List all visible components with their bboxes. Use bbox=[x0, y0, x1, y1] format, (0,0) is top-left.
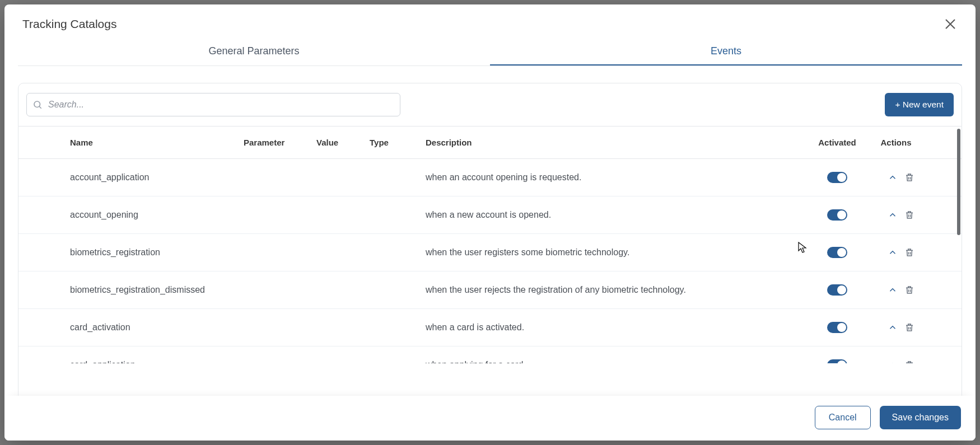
cell-name: card_application bbox=[70, 360, 244, 363]
toggle-activated[interactable] bbox=[827, 284, 847, 296]
close-icon bbox=[944, 17, 957, 31]
cell-actions bbox=[874, 359, 918, 363]
chevron-up-icon bbox=[888, 247, 898, 257]
table-row: account_opening when a new account is op… bbox=[18, 196, 962, 234]
toggle-activated[interactable] bbox=[827, 247, 847, 258]
cell-actions bbox=[874, 247, 918, 258]
cell-actions bbox=[874, 172, 918, 183]
trash-icon bbox=[904, 172, 914, 182]
delete-button[interactable] bbox=[904, 322, 915, 333]
scrollbar[interactable] bbox=[957, 129, 960, 235]
trash-icon bbox=[904, 360, 914, 363]
chevron-up-icon bbox=[888, 285, 898, 295]
chevron-up-icon bbox=[888, 360, 898, 363]
cell-description: when the user registers some biometric t… bbox=[426, 247, 801, 257]
cell-activated bbox=[801, 172, 874, 183]
trash-icon bbox=[904, 322, 914, 332]
col-name: Name bbox=[70, 138, 244, 147]
search-wrapper[interactable] bbox=[26, 93, 400, 116]
expand-button[interactable] bbox=[887, 172, 898, 183]
table-row: card_application when applying for a car… bbox=[18, 346, 962, 363]
cell-actions bbox=[874, 322, 918, 333]
col-type: Type bbox=[370, 138, 426, 147]
toggle-activated[interactable] bbox=[827, 172, 847, 183]
toolbar: + New event bbox=[4, 66, 976, 127]
expand-button[interactable] bbox=[887, 322, 898, 333]
cell-description: when the user rejects the registration o… bbox=[426, 285, 801, 295]
toggle-activated[interactable] bbox=[827, 359, 847, 363]
cell-description: when a new account is opened. bbox=[426, 210, 801, 220]
svg-point-0 bbox=[34, 101, 40, 107]
delete-button[interactable] bbox=[904, 209, 915, 221]
delete-button[interactable] bbox=[904, 359, 915, 363]
new-event-button[interactable]: + New event bbox=[885, 93, 954, 116]
table-row: card_activation when a card is activated… bbox=[18, 309, 962, 346]
chevron-up-icon bbox=[888, 322, 898, 332]
search-input[interactable] bbox=[48, 100, 394, 110]
delete-button[interactable] bbox=[904, 247, 915, 258]
modal-header: Tracking Catalogs bbox=[4, 4, 976, 38]
cancel-button[interactable]: Cancel bbox=[815, 406, 871, 429]
cell-activated bbox=[801, 359, 874, 363]
modal-tracking-catalogs: Tracking Catalogs General Parameters Eve… bbox=[4, 4, 976, 441]
toggle-activated[interactable] bbox=[827, 209, 847, 221]
col-description: Description bbox=[426, 138, 801, 147]
cell-description: when applying for a card. bbox=[426, 360, 801, 363]
table-body[interactable]: account_application when an account open… bbox=[18, 159, 962, 363]
trash-icon bbox=[904, 247, 914, 257]
tab-events[interactable]: Events bbox=[490, 38, 962, 65]
table-row: biometrics_registration_dismissed when t… bbox=[18, 271, 962, 309]
delete-button[interactable] bbox=[904, 284, 915, 296]
expand-button[interactable] bbox=[887, 284, 898, 296]
modal-footer: Cancel Save changes bbox=[4, 396, 976, 441]
cell-activated bbox=[801, 209, 874, 221]
col-actions: Actions bbox=[874, 138, 918, 147]
cell-activated bbox=[801, 322, 874, 333]
cell-description: when an account opening is requested. bbox=[426, 172, 801, 182]
expand-button[interactable] bbox=[887, 247, 898, 258]
toolbar-box: + New event bbox=[18, 83, 962, 127]
cell-description: when a card is activated. bbox=[426, 322, 801, 332]
cell-name: biometrics_registration bbox=[70, 247, 244, 257]
cell-name: account_opening bbox=[70, 210, 244, 220]
save-changes-button[interactable]: Save changes bbox=[880, 406, 961, 429]
table-header: Name Parameter Value Type Description Ac… bbox=[18, 127, 962, 159]
table-row: biometrics_registration when the user re… bbox=[18, 234, 962, 271]
chevron-up-icon bbox=[888, 210, 898, 220]
cell-activated bbox=[801, 284, 874, 296]
cell-name: biometrics_registration_dismissed bbox=[70, 285, 244, 295]
table: Name Parameter Value Type Description Ac… bbox=[18, 127, 962, 396]
cell-actions bbox=[874, 209, 918, 221]
trash-icon bbox=[904, 210, 914, 220]
cell-activated bbox=[801, 247, 874, 258]
expand-button[interactable] bbox=[887, 209, 898, 221]
table-row: account_application when an account open… bbox=[18, 159, 962, 196]
tab-general-parameters[interactable]: General Parameters bbox=[18, 38, 490, 65]
search-icon bbox=[32, 100, 43, 110]
expand-button[interactable] bbox=[887, 359, 898, 363]
chevron-up-icon bbox=[888, 172, 898, 182]
tabs: General Parameters Events bbox=[18, 38, 962, 66]
cell-actions bbox=[874, 284, 918, 296]
delete-button[interactable] bbox=[904, 172, 915, 183]
col-activated: Activated bbox=[801, 138, 874, 147]
modal-title: Tracking Catalogs bbox=[22, 17, 116, 31]
cell-name: account_application bbox=[70, 172, 244, 182]
close-button[interactable] bbox=[941, 15, 960, 34]
col-value: Value bbox=[316, 138, 370, 147]
col-parameter: Parameter bbox=[244, 138, 316, 147]
trash-icon bbox=[904, 285, 914, 295]
cell-name: card_activation bbox=[70, 322, 244, 332]
toggle-activated[interactable] bbox=[827, 322, 847, 333]
